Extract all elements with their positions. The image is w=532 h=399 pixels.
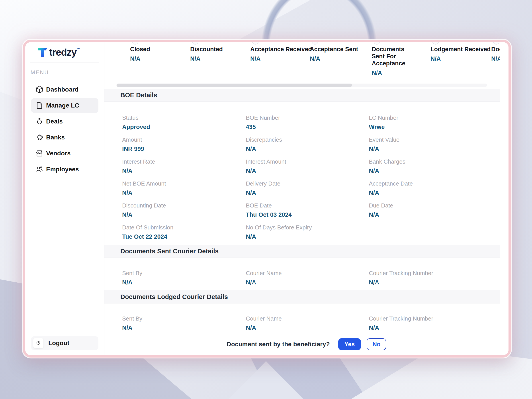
stepper-node[interactable] [252, 42, 259, 44]
beneficiary-question: Document sent by the beneficiary? [227, 341, 330, 348]
document-icon [35, 101, 44, 109]
field: Bank ChargesN/A [369, 158, 413, 175]
logout-button[interactable]: Logout [31, 336, 98, 350]
timeline-column: DiscountedN/A [190, 46, 223, 62]
field-label: BOE Date [246, 202, 369, 209]
field: Courier NameN/A [246, 270, 369, 286]
timeline-column: ClosedN/A [130, 46, 150, 62]
field: BOE DateThu Oct 03 2024 [246, 202, 369, 219]
brand-name: tredzy [49, 47, 77, 58]
field-value: Thu Oct 03 2024 [246, 211, 369, 218]
field: Courier Tracking NumberN/A [369, 270, 433, 286]
field-label: Status [122, 114, 246, 121]
brand-logo: tredzy™ [25, 42, 104, 63]
field-value: Tue Oct 22 2024 [122, 234, 246, 240]
timeline-column: DocumentsN/A [491, 46, 500, 62]
field-label: Acceptance Date [369, 180, 413, 187]
documents-lodged-courier-fields: Sent ByN/ACourier NameN/ACourier Trackin… [104, 315, 433, 332]
field-value: N/A [369, 190, 413, 196]
timeline-column: Lodgement ReceivedN/A [431, 46, 491, 62]
stepper-node[interactable] [493, 42, 500, 44]
timeline-column-label: Discounted [190, 46, 223, 53]
field-label: Discrepancies [246, 136, 369, 143]
logout-label: Logout [48, 340, 69, 347]
sidebar-item-label: Manage LC [46, 102, 79, 109]
timeline-column-value: N/A [130, 55, 150, 62]
boe-details-fields: StatusApprovedBOE Number435LC NumberWrwe… [104, 114, 413, 241]
field-value: N/A [246, 190, 369, 196]
main-content: ClosedN/ADiscountedN/AAcceptance Receive… [104, 42, 508, 355]
horizontal-scrollbar-thumb[interactable] [117, 83, 352, 87]
timeline-column-label: Lodgement Received [431, 46, 491, 53]
sidebar-item-banks[interactable]: Banks [31, 130, 98, 145]
stepper-node[interactable] [312, 42, 318, 44]
field: Interest RateN/A [122, 158, 246, 175]
no-button[interactable]: No [367, 338, 386, 350]
sidebar-item-employees[interactable]: Employees [31, 162, 98, 177]
sidebar-item-label: Employees [46, 166, 79, 173]
sidebar: tredzy™ MENU Dashboard Manage LC Deals B… [25, 42, 104, 355]
field: Sent ByN/A [122, 270, 246, 286]
stepper-node[interactable] [132, 42, 139, 44]
field-value: N/A [122, 324, 246, 331]
timeline-column-label: Closed [130, 46, 150, 53]
lc-status-timeline: ClosedN/ADiscountedN/AAcceptance Receive… [104, 42, 500, 83]
section-title: BOE Details [120, 92, 157, 99]
field-value: N/A [122, 279, 246, 286]
field: AmountINR 999 [122, 136, 246, 153]
field-label: No Of Days Before Expiry [246, 224, 369, 231]
section-header-documents-sent-courier: Documents Sent Courier Details [104, 245, 500, 258]
field: Acceptance DateN/A [369, 180, 413, 197]
field-label: Event Value [369, 136, 413, 143]
timeline-column: Documents Sent For AcceptanceN/A [372, 46, 418, 76]
field-label: Interest Rate [122, 158, 246, 165]
timeline-column-value: N/A [372, 70, 418, 76]
timeline-column-value: N/A [431, 55, 491, 62]
field-value: N/A [369, 211, 413, 218]
sidebar-item-label: Vendors [46, 150, 70, 157]
field-value: N/A [246, 234, 369, 240]
timeline-column-value: N/A [190, 55, 223, 62]
stepper-node[interactable] [432, 42, 439, 44]
stepper-node[interactable] [374, 42, 380, 44]
field-value: Wrwe [369, 124, 413, 131]
sidebar-item-label: Deals [46, 118, 63, 125]
timeline-column-value: N/A [310, 55, 358, 62]
users-icon [35, 165, 44, 173]
field-label: Courier Tracking Number [369, 315, 433, 322]
field-label: Amount [122, 136, 246, 143]
sidebar-item-label: Banks [46, 134, 65, 141]
field-label: BOE Number [246, 114, 369, 121]
field-label: Date Of Submission [122, 224, 246, 231]
sidebar-item-manage-lc[interactable]: Manage LC [31, 98, 98, 113]
field: Due DateN/A [369, 202, 413, 219]
field-value: N/A [369, 168, 413, 174]
field: Discounting DateN/A [122, 202, 246, 219]
field: DiscrepanciesN/A [246, 136, 369, 153]
field-label: LC Number [369, 114, 413, 121]
field-label: Sent By [122, 315, 246, 322]
field: Net BOE AmountN/A [122, 180, 246, 197]
beneficiary-question-bar: Document sent by the beneficiary? Yes No [104, 333, 508, 355]
money-bag-icon [35, 117, 44, 126]
stepper-node[interactable] [192, 42, 199, 44]
timeline-column-label: Documents Sent For Acceptance [372, 46, 418, 67]
field-label: Discounting Date [122, 202, 246, 209]
field-value: N/A [246, 168, 369, 174]
sidebar-item-dashboard[interactable]: Dashboard [31, 82, 98, 97]
timeline-column-label: Documents [491, 46, 500, 53]
tredzy-logo-icon [38, 47, 47, 58]
yes-button[interactable]: Yes [338, 338, 361, 350]
brand-trademark: ™ [77, 47, 80, 51]
field: StatusApproved [122, 114, 246, 131]
horizontal-scrollbar-track[interactable] [116, 83, 487, 87]
sidebar-item-vendors[interactable]: Vendors [31, 146, 98, 161]
app-window: tredzy™ MENU Dashboard Manage LC Deals B… [23, 40, 511, 358]
field-label: Delivery Date [246, 180, 369, 187]
field-value: N/A [369, 146, 413, 152]
field-value: N/A [122, 211, 246, 218]
piggy-bank-icon [35, 133, 44, 141]
storefront-icon [35, 149, 44, 157]
sidebar-item-deals[interactable]: Deals [31, 114, 98, 129]
package-icon [35, 86, 44, 94]
